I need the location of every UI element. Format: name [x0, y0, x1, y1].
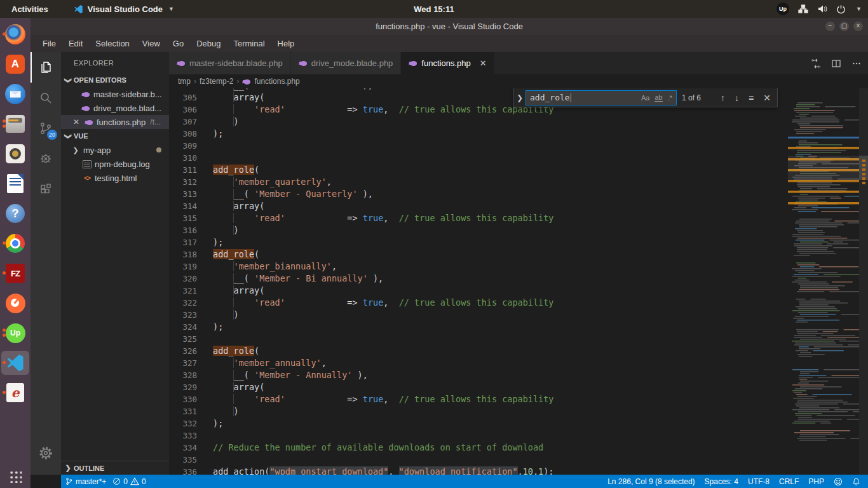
- dock-help[interactable]: ?: [1, 201, 29, 226]
- code-line-313[interactable]: 313 __( 'Member - Quarterly' ),: [169, 188, 788, 200]
- close-find-icon[interactable]: ✕: [763, 93, 771, 103]
- match-case-toggle[interactable]: Aa: [641, 94, 649, 102]
- open-editors-header[interactable]: ❯ OPEN EDITORS: [61, 73, 169, 87]
- code-line-332[interactable]: 332);: [169, 417, 788, 430]
- problems-indicator[interactable]: 0 0: [112, 477, 146, 486]
- dock-filezilla[interactable]: FZ: [1, 261, 29, 285]
- notifications-bell-icon[interactable]: [852, 477, 860, 486]
- code-line-333[interactable]: 333: [169, 430, 788, 442]
- code-line-330[interactable]: 330 'read' => true, // true allows this …: [169, 393, 788, 405]
- debug-activity-button[interactable]: [31, 144, 61, 174]
- dock-libreoffice-writer[interactable]: [1, 172, 29, 196]
- code-line-328[interactable]: 328 __( 'Member - Annually' ),: [169, 369, 788, 381]
- code-line-329[interactable]: 329 array(: [169, 381, 788, 393]
- clock[interactable]: Wed 15:11: [414, 4, 454, 14]
- extensions-activity-button[interactable]: [31, 174, 61, 205]
- show-applications-icon[interactable]: [9, 470, 22, 483]
- dock-rhythmbox[interactable]: [1, 142, 29, 166]
- whole-word-toggle[interactable]: ab: [654, 93, 662, 102]
- code-line-331[interactable]: 331 ): [169, 405, 788, 417]
- code-line-309[interactable]: 309: [169, 140, 788, 152]
- breadcrumb-item[interactable]: functions.php: [254, 77, 299, 86]
- settings-gear-button[interactable]: [31, 440, 61, 466]
- menu-terminal[interactable]: Terminal: [227, 37, 270, 50]
- code-line-317[interactable]: 317);: [169, 236, 788, 248]
- tree-item-testing-html[interactable]: <> testing.html: [61, 171, 169, 185]
- code-line-325[interactable]: 325: [169, 333, 788, 345]
- tab-functions-php[interactable]: functions.php ✕: [401, 52, 494, 74]
- code-line-320[interactable]: 320 __( 'Member - Bi annually' ),: [169, 273, 788, 285]
- source-control-activity-button[interactable]: 20: [31, 113, 61, 144]
- code-line-322[interactable]: 322 'read' => true, // true allows this …: [169, 297, 788, 309]
- project-section-header[interactable]: ❯ VUE: [61, 129, 169, 143]
- regex-toggle[interactable]: .*: [668, 94, 672, 102]
- code-line-336[interactable]: 336add_action("wpdm_onstart_download", "…: [169, 466, 788, 475]
- find-in-selection-icon[interactable]: ≡: [749, 93, 754, 103]
- split-editor-icon[interactable]: [831, 58, 841, 69]
- close-icon[interactable]: ✕: [71, 118, 81, 126]
- code-line-324[interactable]: 324);: [169, 321, 788, 333]
- minimize-button[interactable]: −: [825, 22, 835, 31]
- code-line-323[interactable]: 323 ): [169, 309, 788, 321]
- open-editor-drive-mode[interactable]: drive_mode.blad...: [61, 101, 169, 115]
- vertical-scrollbar[interactable]: [859, 88, 868, 475]
- minimap[interactable]: [788, 88, 859, 475]
- tab-master-sidebar[interactable]: master-sidebar.blade.php: [169, 52, 291, 74]
- activities-button[interactable]: Activities: [0, 4, 60, 14]
- next-match-icon[interactable]: ↓: [735, 93, 739, 103]
- tree-item-my-app[interactable]: ❯ my-app: [61, 143, 169, 157]
- code-line-319[interactable]: 319 'member_biannually',: [169, 261, 788, 273]
- tab-close-icon[interactable]: ✕: [480, 58, 487, 68]
- code-line-308[interactable]: 308);: [169, 128, 788, 140]
- encoding[interactable]: UTF-8: [748, 477, 770, 486]
- code-line-315[interactable]: 315 'read' => true, // true allows this …: [169, 212, 788, 224]
- code-line-318[interactable]: 318add_role(: [169, 248, 788, 261]
- menu-view[interactable]: View: [137, 37, 166, 50]
- dock-postman[interactable]: [1, 291, 29, 315]
- more-actions-icon[interactable]: [851, 58, 862, 69]
- indentation[interactable]: Spaces: 4: [705, 477, 738, 486]
- menu-go[interactable]: Go: [167, 37, 189, 50]
- network-icon[interactable]: [798, 4, 808, 13]
- compare-changes-icon[interactable]: [811, 58, 821, 69]
- menu-debug[interactable]: Debug: [191, 37, 226, 50]
- close-button[interactable]: ×: [853, 22, 863, 31]
- open-editor-master-sidebar[interactable]: master-sidebar.b...: [61, 87, 169, 101]
- menu-edit[interactable]: Edit: [63, 37, 88, 50]
- feedback-smiley-icon[interactable]: [834, 477, 843, 486]
- maximize-button[interactable]: ▢: [839, 22, 849, 31]
- code-line-326[interactable]: 326add_role(: [169, 345, 788, 357]
- eol-sequence[interactable]: CRLF: [779, 477, 799, 486]
- tab-drive-mode[interactable]: drive_mode.blade.php: [291, 52, 402, 74]
- previous-match-icon[interactable]: ↑: [721, 93, 725, 103]
- search-activity-button[interactable]: [31, 83, 61, 113]
- code-line-310[interactable]: 310: [169, 152, 788, 164]
- code-line-307[interactable]: 307 ): [169, 116, 788, 128]
- breadcrumb-item[interactable]: tmp: [178, 77, 191, 86]
- upwork-tray-icon[interactable]: Up: [776, 3, 789, 15]
- tree-item-npm-debug-log[interactable]: npm-debug.log: [61, 157, 169, 171]
- power-icon[interactable]: [836, 4, 846, 14]
- dock-ubuntu-software[interactable]: A: [1, 52, 29, 76]
- code-line-334[interactable]: 334// Reduce the number of available dow…: [169, 442, 788, 454]
- dock-files[interactable]: [1, 112, 29, 136]
- code-line-314[interactable]: 314 array(: [169, 200, 788, 212]
- code-line-327[interactable]: 327 'member_annually',: [169, 357, 788, 369]
- code-line-335[interactable]: 335: [169, 454, 788, 466]
- find-input[interactable]: add_role Aa ab .*: [526, 90, 677, 105]
- volume-icon[interactable]: [817, 4, 827, 13]
- menu-help[interactable]: Help: [272, 37, 301, 50]
- dock-thunderbird[interactable]: [1, 82, 29, 106]
- outline-section-header[interactable]: ❯ OUTLINE: [61, 461, 169, 475]
- open-editor-functions-php[interactable]: ✕ functions.php /t...: [61, 115, 169, 129]
- language-mode[interactable]: PHP: [808, 477, 824, 486]
- cursor-position[interactable]: Ln 286, Col 9 (8 selected): [607, 477, 695, 486]
- breadcrumb-item[interactable]: fz3temp-2: [200, 77, 233, 86]
- system-menu-chevron-icon[interactable]: ▼: [856, 6, 862, 12]
- breadcrumb[interactable]: tmp › fz3temp-2 › functions.php: [169, 74, 868, 88]
- dock-chrome[interactable]: [1, 231, 29, 255]
- menu-selection[interactable]: Selection: [90, 37, 135, 50]
- dock-upwork[interactable]: Up: [1, 321, 29, 345]
- menu-file[interactable]: File: [37, 37, 62, 50]
- code-line-311[interactable]: 311add_role(: [169, 164, 788, 176]
